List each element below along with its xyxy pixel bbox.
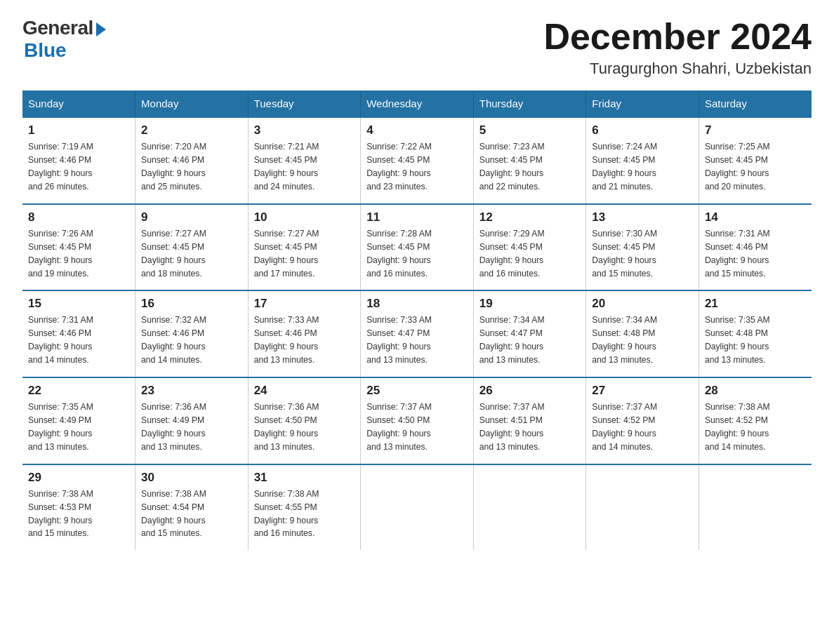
- day-number: 28: [705, 384, 806, 398]
- logo-arrow-icon: [96, 22, 106, 36]
- day-number: 1: [28, 123, 129, 137]
- day-number: 11: [366, 210, 468, 224]
- day-info: Sunrise: 7:36 AM Sunset: 4:49 PM Dayligh…: [141, 401, 242, 454]
- day-number: 7: [705, 123, 806, 137]
- day-number: 8: [28, 210, 129, 224]
- calendar-table: SundayMondayTuesdayWednesdayThursdayFrid…: [22, 90, 812, 550]
- day-info: Sunrise: 7:24 AM Sunset: 4:45 PM Dayligh…: [592, 140, 693, 194]
- day-info: Sunrise: 7:34 AM Sunset: 4:48 PM Dayligh…: [592, 314, 693, 367]
- calendar-cell: 4 Sunrise: 7:22 AM Sunset: 4:45 PM Dayli…: [361, 117, 474, 204]
- calendar-cell: 25 Sunrise: 7:37 AM Sunset: 4:50 PM Dayl…: [361, 377, 474, 464]
- day-header-friday: Friday: [586, 90, 699, 117]
- day-info: Sunrise: 7:34 AM Sunset: 4:47 PM Dayligh…: [479, 314, 581, 367]
- day-number: 18: [366, 297, 468, 311]
- calendar-cell: 19 Sunrise: 7:34 AM Sunset: 4:47 PM Dayl…: [473, 290, 586, 377]
- calendar-cell: 24 Sunrise: 7:36 AM Sunset: 4:50 PM Dayl…: [248, 377, 361, 464]
- calendar-cell: 10 Sunrise: 7:27 AM Sunset: 4:45 PM Dayl…: [248, 204, 361, 291]
- day-number: 4: [366, 123, 468, 137]
- day-info: Sunrise: 7:21 AM Sunset: 4:45 PM Dayligh…: [254, 140, 355, 194]
- calendar-cell: 5 Sunrise: 7:23 AM Sunset: 4:45 PM Dayli…: [473, 117, 586, 204]
- calendar-cell: 21 Sunrise: 7:35 AM Sunset: 4:48 PM Dayl…: [699, 290, 812, 377]
- calendar-cell: 11 Sunrise: 7:28 AM Sunset: 4:45 PM Dayl…: [361, 204, 474, 291]
- calendar-subtitle: Turagurghon Shahri, Uzbekistan: [543, 60, 812, 78]
- day-info: Sunrise: 7:31 AM Sunset: 4:46 PM Dayligh…: [28, 314, 129, 367]
- calendar-cell: 9 Sunrise: 7:27 AM Sunset: 4:45 PM Dayli…: [135, 204, 249, 291]
- day-number: 20: [592, 297, 693, 311]
- day-number: 2: [141, 123, 242, 137]
- calendar-cell: 28 Sunrise: 7:38 AM Sunset: 4:52 PM Dayl…: [699, 377, 812, 464]
- calendar-cell: 14 Sunrise: 7:31 AM Sunset: 4:46 PM Dayl…: [699, 204, 812, 291]
- calendar-week-row: 29 Sunrise: 7:38 AM Sunset: 4:53 PM Dayl…: [22, 464, 812, 551]
- day-number: 16: [141, 297, 242, 311]
- day-info: Sunrise: 7:37 AM Sunset: 4:52 PM Dayligh…: [592, 401, 693, 454]
- day-number: 24: [254, 384, 355, 398]
- day-info: Sunrise: 7:25 AM Sunset: 4:45 PM Dayligh…: [705, 140, 806, 194]
- logo: General Blue: [22, 17, 106, 62]
- calendar-title-block: December 2024 Turagurghon Shahri, Uzbeki…: [543, 17, 812, 78]
- day-header-thursday: Thursday: [473, 90, 586, 117]
- calendar-cell: 23 Sunrise: 7:36 AM Sunset: 4:49 PM Dayl…: [135, 377, 249, 464]
- day-header-saturday: Saturday: [699, 90, 812, 117]
- day-header-tuesday: Tuesday: [248, 90, 361, 117]
- calendar-cell: 26 Sunrise: 7:37 AM Sunset: 4:51 PM Dayl…: [473, 377, 586, 464]
- day-info: Sunrise: 7:22 AM Sunset: 4:45 PM Dayligh…: [366, 140, 468, 194]
- day-number: 14: [705, 210, 806, 224]
- calendar-week-row: 22 Sunrise: 7:35 AM Sunset: 4:49 PM Dayl…: [22, 377, 812, 464]
- day-number: 12: [479, 210, 581, 224]
- calendar-week-row: 1 Sunrise: 7:19 AM Sunset: 4:46 PM Dayli…: [22, 117, 812, 204]
- day-header-wednesday: Wednesday: [361, 90, 474, 117]
- day-info: Sunrise: 7:27 AM Sunset: 4:45 PM Dayligh…: [141, 227, 242, 281]
- calendar-cell: 3 Sunrise: 7:21 AM Sunset: 4:45 PM Dayli…: [248, 117, 361, 204]
- day-info: Sunrise: 7:30 AM Sunset: 4:45 PM Dayligh…: [592, 227, 693, 281]
- day-number: 29: [28, 471, 129, 485]
- calendar-cell: 30 Sunrise: 7:38 AM Sunset: 4:54 PM Dayl…: [135, 464, 249, 551]
- calendar-cell: 15 Sunrise: 7:31 AM Sunset: 4:46 PM Dayl…: [22, 290, 135, 377]
- calendar-cell: 8 Sunrise: 7:26 AM Sunset: 4:45 PM Dayli…: [22, 204, 135, 291]
- day-number: 19: [479, 297, 581, 311]
- day-number: 13: [592, 210, 693, 224]
- day-number: 9: [141, 210, 242, 224]
- day-info: Sunrise: 7:37 AM Sunset: 4:50 PM Dayligh…: [366, 401, 468, 454]
- calendar-cell: [586, 464, 699, 551]
- calendar-cell: 20 Sunrise: 7:34 AM Sunset: 4:48 PM Dayl…: [586, 290, 699, 377]
- day-number: 17: [254, 297, 355, 311]
- calendar-cell: 17 Sunrise: 7:33 AM Sunset: 4:46 PM Dayl…: [248, 290, 361, 377]
- day-info: Sunrise: 7:35 AM Sunset: 4:49 PM Dayligh…: [28, 401, 129, 454]
- day-number: 27: [592, 384, 693, 398]
- calendar-cell: 31 Sunrise: 7:38 AM Sunset: 4:55 PM Dayl…: [248, 464, 361, 551]
- calendar-cell: 22 Sunrise: 7:35 AM Sunset: 4:49 PM Dayl…: [22, 377, 135, 464]
- logo-blue-text: Blue: [24, 39, 67, 62]
- day-number: 21: [705, 297, 806, 311]
- calendar-header-row: SundayMondayTuesdayWednesdayThursdayFrid…: [22, 90, 812, 117]
- day-number: 25: [366, 384, 468, 398]
- calendar-cell: [699, 464, 812, 551]
- calendar-cell: [361, 464, 474, 551]
- calendar-cell: 18 Sunrise: 7:33 AM Sunset: 4:47 PM Dayl…: [361, 290, 474, 377]
- day-info: Sunrise: 7:28 AM Sunset: 4:45 PM Dayligh…: [366, 227, 468, 281]
- day-info: Sunrise: 7:19 AM Sunset: 4:46 PM Dayligh…: [28, 140, 129, 194]
- calendar-cell: 27 Sunrise: 7:37 AM Sunset: 4:52 PM Dayl…: [586, 377, 699, 464]
- day-info: Sunrise: 7:38 AM Sunset: 4:54 PM Dayligh…: [141, 488, 242, 541]
- day-header-monday: Monday: [135, 90, 249, 117]
- calendar-week-row: 8 Sunrise: 7:26 AM Sunset: 4:45 PM Dayli…: [22, 204, 812, 291]
- day-info: Sunrise: 7:38 AM Sunset: 4:55 PM Dayligh…: [254, 488, 355, 541]
- day-number: 3: [254, 123, 355, 137]
- calendar-week-row: 15 Sunrise: 7:31 AM Sunset: 4:46 PM Dayl…: [22, 290, 812, 377]
- day-number: 10: [254, 210, 355, 224]
- calendar-title: December 2024: [543, 17, 812, 57]
- calendar-cell: 2 Sunrise: 7:20 AM Sunset: 4:46 PM Dayli…: [135, 117, 249, 204]
- day-number: 15: [28, 297, 129, 311]
- page-header: General Blue December 2024 Turagurghon S…: [22, 17, 812, 78]
- day-number: 23: [141, 384, 242, 398]
- calendar-cell: 6 Sunrise: 7:24 AM Sunset: 4:45 PM Dayli…: [586, 117, 699, 204]
- logo-general-text: General: [22, 17, 93, 39]
- day-info: Sunrise: 7:29 AM Sunset: 4:45 PM Dayligh…: [479, 227, 581, 281]
- day-info: Sunrise: 7:20 AM Sunset: 4:46 PM Dayligh…: [141, 140, 242, 194]
- day-info: Sunrise: 7:38 AM Sunset: 4:52 PM Dayligh…: [705, 401, 806, 454]
- day-info: Sunrise: 7:37 AM Sunset: 4:51 PM Dayligh…: [479, 401, 581, 454]
- calendar-cell: 29 Sunrise: 7:38 AM Sunset: 4:53 PM Dayl…: [22, 464, 135, 551]
- day-info: Sunrise: 7:36 AM Sunset: 4:50 PM Dayligh…: [254, 401, 355, 454]
- day-info: Sunrise: 7:33 AM Sunset: 4:46 PM Dayligh…: [254, 314, 355, 367]
- day-info: Sunrise: 7:35 AM Sunset: 4:48 PM Dayligh…: [705, 314, 806, 367]
- day-number: 5: [479, 123, 581, 137]
